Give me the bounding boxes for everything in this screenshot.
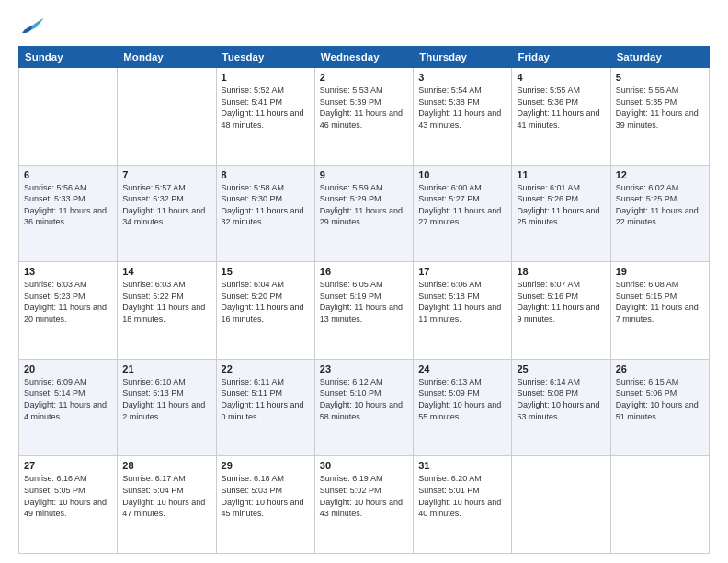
calendar-cell: 30Sunrise: 6:19 AMSunset: 5:02 PMDayligh…	[314, 456, 413, 554]
day-number: 6	[24, 169, 112, 180]
calendar-cell: 10Sunrise: 6:00 AMSunset: 5:27 PMDayligh…	[414, 165, 512, 262]
calendar-cell: 12Sunrise: 6:02 AMSunset: 5:25 PMDayligh…	[610, 165, 709, 262]
day-number: 27	[24, 460, 112, 471]
calendar-cell	[512, 456, 610, 554]
calendar-week-5: 27Sunrise: 6:16 AMSunset: 5:05 PMDayligh…	[19, 456, 710, 554]
calendar-cell: 15Sunrise: 6:04 AMSunset: 5:20 PMDayligh…	[216, 262, 314, 360]
day-number: 29	[222, 460, 310, 471]
calendar-week-2: 6Sunrise: 5:56 AMSunset: 5:33 PMDaylight…	[19, 165, 710, 262]
day-number: 31	[418, 460, 506, 471]
day-number: 28	[122, 460, 210, 471]
day-detail: Sunrise: 6:05 AMSunset: 5:19 PMDaylight:…	[320, 279, 408, 325]
day-number: 14	[122, 266, 210, 277]
day-number: 12	[616, 169, 704, 180]
day-detail: Sunrise: 6:14 AMSunset: 5:08 PMDaylight:…	[517, 376, 605, 422]
day-number: 4	[517, 72, 605, 83]
day-detail: Sunrise: 6:03 AMSunset: 5:22 PMDaylight:…	[122, 279, 210, 325]
header-saturday: Saturday	[610, 47, 709, 68]
day-detail: Sunrise: 6:01 AMSunset: 5:26 PMDaylight:…	[517, 182, 605, 228]
day-detail: Sunrise: 6:03 AMSunset: 5:23 PMDaylight:…	[24, 279, 112, 325]
calendar-cell	[118, 68, 216, 166]
header-sunday: Sunday	[19, 47, 118, 68]
day-detail: Sunrise: 5:58 AMSunset: 5:30 PMDaylight:…	[222, 182, 310, 228]
header-tuesday: Tuesday	[216, 47, 314, 68]
day-number: 10	[418, 169, 506, 180]
day-number: 18	[517, 266, 605, 277]
day-detail: Sunrise: 6:06 AMSunset: 5:18 PMDaylight:…	[418, 279, 506, 325]
day-number: 3	[418, 72, 506, 83]
header-friday: Friday	[512, 47, 610, 68]
day-detail: Sunrise: 6:11 AMSunset: 5:11 PMDaylight:…	[222, 376, 310, 422]
day-detail: Sunrise: 6:07 AMSunset: 5:16 PMDaylight:…	[517, 279, 605, 325]
calendar-cell: 5Sunrise: 5:55 AMSunset: 5:35 PMDaylight…	[610, 68, 709, 166]
day-number: 16	[320, 266, 408, 277]
calendar-cell: 19Sunrise: 6:08 AMSunset: 5:15 PMDayligh…	[610, 262, 709, 360]
calendar-cell: 13Sunrise: 6:03 AMSunset: 5:23 PMDayligh…	[19, 262, 118, 360]
day-number: 1	[222, 72, 310, 83]
day-detail: Sunrise: 6:09 AMSunset: 5:14 PMDaylight:…	[24, 376, 112, 422]
day-detail: Sunrise: 5:55 AMSunset: 5:36 PMDaylight:…	[517, 85, 605, 131]
day-detail: Sunrise: 5:53 AMSunset: 5:39 PMDaylight:…	[320, 85, 408, 131]
day-number: 13	[24, 266, 112, 277]
calendar-cell: 22Sunrise: 6:11 AMSunset: 5:11 PMDayligh…	[216, 359, 314, 456]
calendar-week-4: 20Sunrise: 6:09 AMSunset: 5:14 PMDayligh…	[19, 359, 710, 456]
calendar-cell: 18Sunrise: 6:07 AMSunset: 5:16 PMDayligh…	[512, 262, 610, 360]
calendar-cell: 28Sunrise: 6:17 AMSunset: 5:04 PMDayligh…	[118, 456, 216, 554]
header-wednesday: Wednesday	[314, 47, 413, 68]
calendar-cell: 6Sunrise: 5:56 AMSunset: 5:33 PMDaylight…	[19, 165, 118, 262]
day-number: 2	[320, 72, 408, 83]
day-detail: Sunrise: 6:04 AMSunset: 5:20 PMDaylight:…	[222, 279, 310, 325]
day-detail: Sunrise: 6:00 AMSunset: 5:27 PMDaylight:…	[418, 182, 506, 228]
day-number: 15	[222, 266, 310, 277]
header-thursday: Thursday	[414, 47, 512, 68]
day-number: 19	[616, 266, 704, 277]
day-detail: Sunrise: 5:56 AMSunset: 5:33 PMDaylight:…	[24, 182, 112, 228]
day-number: 11	[517, 169, 605, 180]
calendar-cell: 31Sunrise: 6:20 AMSunset: 5:01 PMDayligh…	[414, 456, 512, 554]
day-number: 25	[517, 363, 605, 374]
calendar-cell: 1Sunrise: 5:52 AMSunset: 5:41 PMDaylight…	[216, 68, 314, 166]
calendar-week-3: 13Sunrise: 6:03 AMSunset: 5:23 PMDayligh…	[19, 262, 710, 360]
day-detail: Sunrise: 6:12 AMSunset: 5:10 PMDaylight:…	[320, 376, 408, 422]
calendar-cell	[610, 456, 709, 554]
day-detail: Sunrise: 5:52 AMSunset: 5:41 PMDaylight:…	[222, 85, 310, 131]
calendar-cell: 3Sunrise: 5:54 AMSunset: 5:38 PMDaylight…	[414, 68, 512, 166]
logo-icon	[18, 17, 44, 37]
calendar-cell: 27Sunrise: 6:16 AMSunset: 5:05 PMDayligh…	[19, 456, 118, 554]
calendar-cell: 20Sunrise: 6:09 AMSunset: 5:14 PMDayligh…	[19, 359, 118, 456]
calendar-cell	[19, 68, 118, 166]
day-detail: Sunrise: 6:02 AMSunset: 5:25 PMDaylight:…	[616, 182, 704, 228]
day-number: 23	[320, 363, 408, 374]
calendar: SundayMondayTuesdayWednesdayThursdayFrid…	[18, 46, 710, 554]
day-number: 20	[24, 363, 112, 374]
day-detail: Sunrise: 6:18 AMSunset: 5:03 PMDaylight:…	[222, 473, 310, 519]
calendar-cell: 11Sunrise: 6:01 AMSunset: 5:26 PMDayligh…	[512, 165, 610, 262]
day-number: 8	[222, 169, 310, 180]
day-number: 26	[616, 363, 704, 374]
header-monday: Monday	[118, 47, 216, 68]
calendar-cell: 14Sunrise: 6:03 AMSunset: 5:22 PMDayligh…	[118, 262, 216, 360]
calendar-cell: 16Sunrise: 6:05 AMSunset: 5:19 PMDayligh…	[314, 262, 413, 360]
calendar-cell: 24Sunrise: 6:13 AMSunset: 5:09 PMDayligh…	[414, 359, 512, 456]
day-number: 17	[418, 266, 506, 277]
day-detail: Sunrise: 6:17 AMSunset: 5:04 PMDaylight:…	[122, 473, 210, 519]
day-detail: Sunrise: 5:57 AMSunset: 5:32 PMDaylight:…	[122, 182, 210, 228]
day-detail: Sunrise: 6:08 AMSunset: 5:15 PMDaylight:…	[616, 279, 704, 325]
calendar-cell: 23Sunrise: 6:12 AMSunset: 5:10 PMDayligh…	[314, 359, 413, 456]
day-detail: Sunrise: 6:10 AMSunset: 5:13 PMDaylight:…	[122, 376, 210, 422]
day-detail: Sunrise: 6:19 AMSunset: 5:02 PMDaylight:…	[320, 473, 408, 519]
calendar-cell: 25Sunrise: 6:14 AMSunset: 5:08 PMDayligh…	[512, 359, 610, 456]
calendar-cell: 29Sunrise: 6:18 AMSunset: 5:03 PMDayligh…	[216, 456, 314, 554]
calendar-cell: 8Sunrise: 5:58 AMSunset: 5:30 PMDaylight…	[216, 165, 314, 262]
day-number: 9	[320, 169, 408, 180]
calendar-cell: 4Sunrise: 5:55 AMSunset: 5:36 PMDaylight…	[512, 68, 610, 166]
day-detail: Sunrise: 6:20 AMSunset: 5:01 PMDaylight:…	[418, 473, 506, 519]
calendar-cell: 7Sunrise: 5:57 AMSunset: 5:32 PMDaylight…	[118, 165, 216, 262]
header	[18, 17, 710, 37]
day-detail: Sunrise: 5:54 AMSunset: 5:38 PMDaylight:…	[418, 85, 506, 131]
calendar-week-1: 1Sunrise: 5:52 AMSunset: 5:41 PMDaylight…	[19, 68, 710, 166]
calendar-cell: 21Sunrise: 6:10 AMSunset: 5:13 PMDayligh…	[118, 359, 216, 456]
calendar-cell: 17Sunrise: 6:06 AMSunset: 5:18 PMDayligh…	[414, 262, 512, 360]
page: SundayMondayTuesdayWednesdayThursdayFrid…	[0, 0, 728, 563]
day-number: 21	[122, 363, 210, 374]
